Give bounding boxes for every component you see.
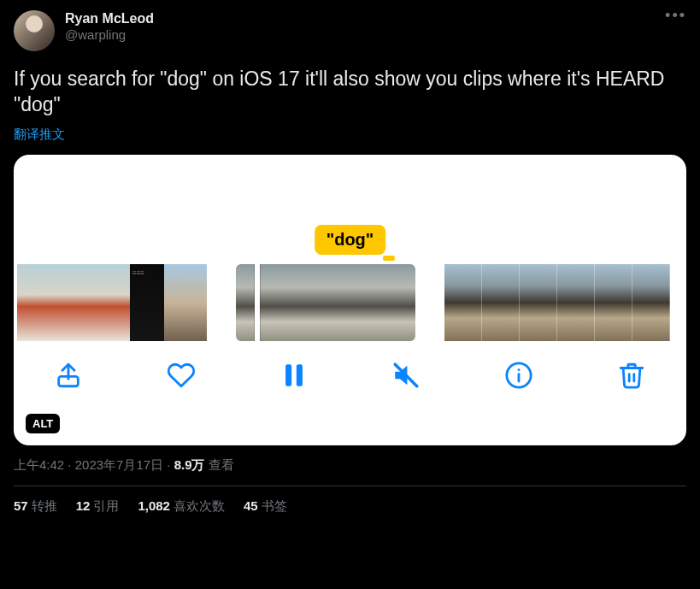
user-handle: @warpling	[65, 27, 154, 44]
media-controls	[14, 358, 686, 392]
views-label: 查看	[209, 457, 234, 472]
clip-group-2[interactable]	[236, 264, 415, 341]
media-card[interactable]: "dog"	[14, 155, 686, 445]
thumbnail	[520, 264, 557, 341]
heart-icon[interactable]	[164, 358, 198, 392]
display-name: Ryan McLeod	[65, 10, 154, 27]
caption-pill: "dog"	[315, 225, 386, 255]
tweet-header: Ryan McLeod @warpling •••	[14, 10, 686, 51]
quotes-stat[interactable]: 12引用	[76, 498, 120, 515]
clip-group-3[interactable]	[444, 264, 670, 341]
user-block[interactable]: Ryan McLeod @warpling	[65, 10, 154, 44]
svg-rect-1	[285, 364, 291, 386]
thumbnail	[236, 264, 296, 341]
tweet-text: If you search for "dog" on iOS 17 it'll …	[14, 67, 686, 118]
video-timeline[interactable]	[14, 264, 686, 341]
pause-icon[interactable]	[277, 358, 311, 392]
tweet-stats: 57转推 12引用 1,082喜欢次数 45书签	[14, 486, 686, 515]
tweet-container: Ryan McLeod @warpling ••• If you search …	[0, 0, 700, 515]
bookmarks-stat[interactable]: 45书签	[244, 498, 287, 515]
retweets-stat[interactable]: 57转推	[14, 498, 57, 515]
thumbnail	[557, 264, 595, 341]
clip-group-1[interactable]	[17, 264, 207, 341]
trash-icon[interactable]	[615, 358, 649, 392]
tweet-meta: 上午4:42 · 2023年7月17日 · 8.9万 查看	[14, 457, 686, 474]
share-icon[interactable]	[51, 358, 85, 392]
tweet-date[interactable]: 2023年7月17日	[75, 457, 163, 472]
thumbnail	[164, 264, 207, 341]
likes-stat[interactable]: 1,082喜欢次数	[138, 498, 225, 515]
thumbnail	[482, 264, 520, 341]
thumbnail	[296, 264, 356, 341]
thumbnail	[595, 264, 632, 341]
alt-badge[interactable]: ALT	[26, 414, 60, 433]
thumbnail	[17, 264, 55, 341]
thumbnail	[356, 264, 415, 341]
thumbnail	[92, 264, 130, 341]
thumbnail	[55, 264, 92, 341]
avatar[interactable]	[14, 10, 55, 51]
tweet-time[interactable]: 上午4:42	[14, 457, 64, 472]
views-count: 8.9万	[174, 457, 205, 472]
thumbnail	[632, 264, 670, 341]
info-icon[interactable]	[502, 358, 536, 392]
thumbnail	[130, 264, 164, 341]
translate-link[interactable]: 翻译推文	[14, 127, 65, 143]
mute-icon[interactable]	[389, 358, 423, 392]
more-button[interactable]: •••	[665, 7, 686, 25]
thumbnail	[444, 264, 482, 341]
svg-point-6	[518, 368, 521, 371]
caption-tick	[383, 256, 395, 261]
svg-rect-2	[296, 364, 302, 386]
playhead[interactable]	[255, 264, 260, 341]
